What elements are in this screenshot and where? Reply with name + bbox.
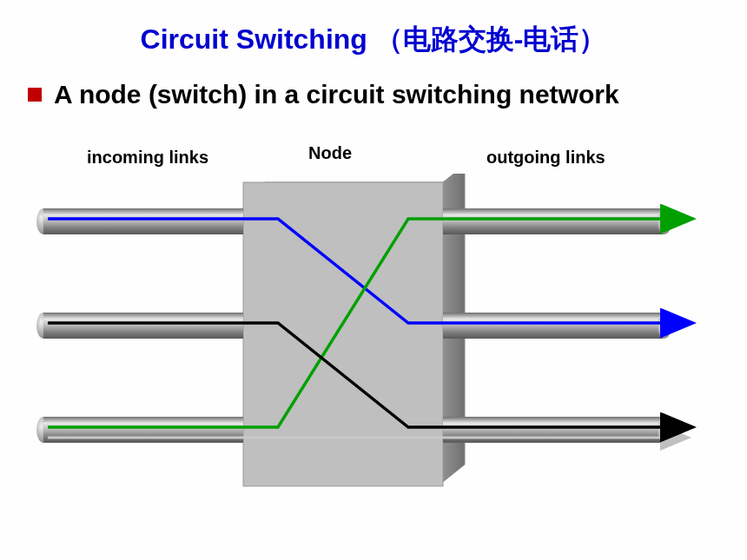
slide-title: Circuit Switching （电路交换-电话） bbox=[0, 0, 747, 59]
svg-point-10 bbox=[658, 208, 671, 234]
subtitle-row: A node (switch) in a circuit switching n… bbox=[0, 59, 747, 109]
label-outgoing: outgoing links bbox=[486, 148, 605, 168]
node-box bbox=[243, 174, 465, 486]
label-incoming: incoming links bbox=[87, 148, 208, 168]
svg-rect-4 bbox=[43, 208, 243, 234]
label-node: Node bbox=[308, 143, 352, 163]
diagram-svg bbox=[0, 174, 747, 538]
svg-rect-6 bbox=[43, 313, 243, 339]
outgoing-link-1 bbox=[443, 208, 671, 234]
bullet-icon bbox=[28, 88, 42, 102]
title-english: Circuit Switching bbox=[141, 23, 367, 55]
svg-rect-11 bbox=[443, 313, 664, 339]
svg-rect-9 bbox=[443, 208, 664, 234]
svg-point-12 bbox=[658, 313, 671, 339]
title-chinese: （电路交换-电话） bbox=[375, 23, 607, 55]
incoming-link-2 bbox=[36, 313, 243, 339]
outgoing-link-2 bbox=[443, 313, 671, 339]
incoming-link-1 bbox=[36, 208, 243, 234]
subtitle-text: A node (switch) in a circuit switching n… bbox=[54, 80, 619, 109]
switching-diagram bbox=[0, 174, 747, 538]
svg-rect-2 bbox=[243, 182, 443, 486]
